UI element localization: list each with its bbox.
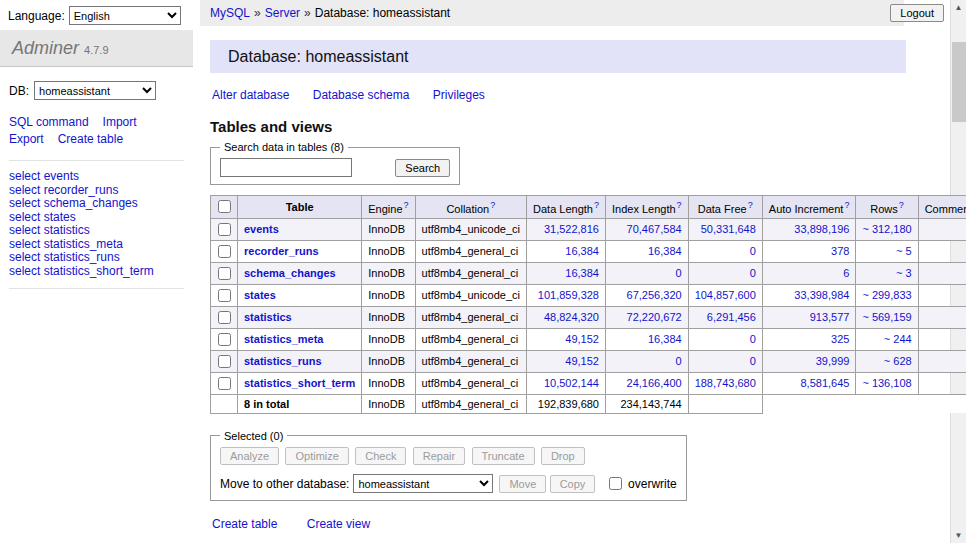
comment-cell [918,350,966,372]
footer-index-length-cell: 234,143,744 [605,394,688,413]
move-button[interactable]: Move [499,475,546,493]
help-icon[interactable]: ? [899,200,904,210]
engine-cell: InnoDB [362,306,415,328]
sidebar-link-export[interactable]: Export [9,132,44,146]
search-button[interactable]: Search [395,159,450,177]
auto-increment-cell: 325 [762,328,856,350]
sidebar-item-select-recorder-runs[interactable]: select recorder_runs [9,184,184,197]
table-link-statistics-runs[interactable]: statistics_runs [244,355,322,367]
table-link-statistics-meta[interactable]: statistics_meta [244,333,324,345]
help-icon[interactable]: ? [677,200,682,210]
create-view-link[interactable]: Create view [307,517,370,531]
truncate-button[interactable]: Truncate [472,447,535,465]
auto-increment-cell: 39,999 [762,350,856,372]
adminer-brand[interactable]: Adminer [12,38,79,58]
copy-button[interactable]: Copy [550,475,596,493]
collation-cell: utf8mb4_general_ci [415,262,526,284]
comment-cell [918,262,966,284]
table-link-recorder-runs[interactable]: recorder_runs [244,245,319,257]
table-link-statistics[interactable]: statistics [244,311,292,323]
row-checkbox[interactable] [218,333,231,346]
scrollbar-up-arrow-icon[interactable]: ▲ [951,0,966,15]
language-row: Language:English [8,6,181,25]
rows-cell: ~ 136,108 [856,372,918,394]
rows-cell: ~ 299,833 [856,284,918,306]
data-free-cell: 0 [688,240,762,262]
table-link-statistics-short-term[interactable]: statistics_short_term [244,377,355,389]
index-length-cell: 0 [605,350,688,372]
sidebar: Adminer4.7.9 DB:homeassistant SQL comman… [0,30,193,289]
check-button[interactable]: Check [355,447,406,465]
selected-fieldset: Selected (0) Analyze Optimize Check Repa… [210,430,687,502]
drop-button[interactable]: Drop [541,447,585,465]
sidebar-item-select-statistics-meta[interactable]: select statistics_meta [9,238,184,251]
sidebar-item-select-statistics[interactable]: select statistics [9,224,184,237]
privileges-link[interactable]: Privileges [433,88,485,102]
language-select[interactable]: English [69,6,181,25]
data-free-cell: 0 [688,350,762,372]
sidebar-db-block: DB:homeassistant SQL commandImport Expor… [9,81,184,161]
col-header-rows: Rows? [856,196,918,219]
sidebar-link-sql-command[interactable]: SQL command [9,115,89,129]
index-length-cell: 16,384 [605,240,688,262]
help-icon[interactable]: ? [490,200,495,210]
engine-cell: InnoDB [362,372,415,394]
sidebar-link-create-table[interactable]: Create table [58,132,123,146]
analyze-button[interactable]: Analyze [220,447,279,465]
db-select[interactable]: homeassistant [34,81,156,100]
sidebar-item-select-states[interactable]: select states [9,211,184,224]
move-database-select[interactable]: homeassistant [353,474,493,493]
database-schema-link[interactable]: Database schema [313,88,410,102]
engine-cell: InnoDB [362,240,415,262]
sidebar-item-select-events[interactable]: select events [9,170,184,183]
index-length-cell: 0 [605,262,688,284]
optimize-button[interactable]: Optimize [285,447,348,465]
row-checkbox[interactable] [218,267,231,280]
db-label: DB: [9,84,29,98]
create-table-link[interactable]: Create table [212,517,277,531]
table-link-states[interactable]: states [244,289,276,301]
help-icon[interactable]: ? [404,200,409,210]
footer-engine-cell: InnoDB [362,394,415,413]
row-checkbox[interactable] [218,245,231,258]
sidebar-item-select-statistics-runs[interactable]: select statistics_runs [9,251,184,264]
overwrite-option: overwrite [605,477,677,491]
logout-button[interactable]: Logout [890,4,944,22]
table-link-schema-changes[interactable]: schema_changes [244,267,336,279]
overwrite-checkbox[interactable] [609,477,622,490]
breadcrumb-mysql-link[interactable]: MySQL [210,6,250,20]
tables-overview-table: Table Engine? Collation? Data Length? In… [210,195,966,414]
breadcrumb-server-link[interactable]: Server [265,6,300,20]
comment-cell [918,240,966,262]
engine-cell: InnoDB [362,350,415,372]
comment-cell [918,306,966,328]
breadcrumb: MySQL»Server»Database: homeassistant [200,0,904,26]
table-link-events[interactable]: events [244,223,279,235]
row-checkbox[interactable] [218,289,231,302]
help-icon[interactable]: ? [748,200,753,210]
row-checkbox[interactable] [218,223,231,236]
row-checkbox[interactable] [218,355,231,368]
row-checkbox[interactable] [218,311,231,324]
row-checkbox[interactable] [218,377,231,390]
data-length-cell: 16,384 [527,240,606,262]
auto-increment-cell: 913,577 [762,306,856,328]
data-free-cell: 104,857,600 [688,284,762,306]
footer-data-free-cell [688,394,762,413]
sidebar-link-import[interactable]: Import [103,115,137,129]
scrollbar-down-arrow-icon[interactable]: ▼ [951,528,966,543]
help-icon[interactable]: ? [594,200,599,210]
sidebar-item-select-schema-changes[interactable]: select schema_changes [9,197,184,210]
select-all-checkbox[interactable] [218,200,231,213]
sidebar-header: Adminer4.7.9 [0,30,193,67]
col-header-comment: Comment? [918,196,966,219]
scrollbar-thumb[interactable] [952,42,966,122]
data-free-cell: 50,331,648 [688,218,762,240]
repair-button[interactable]: Repair [413,447,465,465]
help-icon[interactable]: ? [844,200,849,210]
rows-cell: ~ 569,159 [856,306,918,328]
sidebar-item-select-statistics-short-term[interactable]: select statistics_short_term [9,265,184,278]
overwrite-label: overwrite [628,477,677,491]
search-input[interactable] [220,158,352,177]
alter-database-link[interactable]: Alter database [212,88,289,102]
